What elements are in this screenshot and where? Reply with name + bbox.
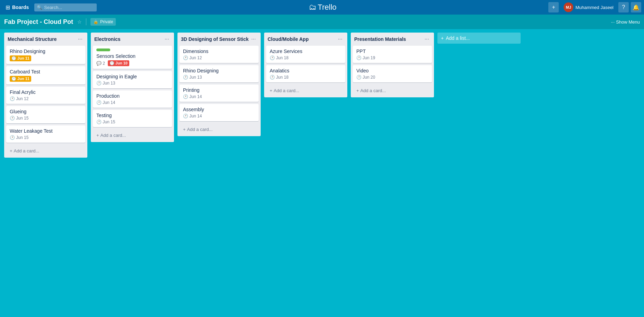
card-p2[interactable]: Video🕐 Jun 20 [353, 65, 432, 82]
user-name: Muhammed Jaseel [575, 5, 613, 10]
card-meta: 🕐 Jun 18 [270, 75, 342, 80]
card-title: Glueing [10, 109, 82, 114]
card-m3[interactable]: Final Acrylic🕐 Jun 12 [6, 87, 85, 104]
card-date-overdue: 🕐 Jun 10 [108, 60, 129, 66]
list-menu-button[interactable]: ··· [423, 35, 430, 43]
boards-nav[interactable]: ⊞ Boards [3, 3, 32, 12]
add-list-label: Add a list... [446, 35, 470, 41]
card-meta: 🕐 Jun 11 [10, 55, 82, 61]
card-3d2[interactable]: Rhino Designing🕐 Jun 13 [180, 65, 259, 82]
board-header-right: ··· Show Menu [611, 19, 640, 25]
add-list-panel[interactable]: + Add a list... [437, 33, 521, 44]
card-title: Designing in Eagle [96, 74, 168, 79]
add-card-label: Add a card... [274, 88, 299, 93]
show-menu-dots: ··· [611, 19, 615, 25]
list-menu-button[interactable]: ··· [337, 35, 344, 43]
list-header: Electronics··· [91, 33, 174, 46]
card-3d4[interactable]: Assembly🕐 Jun 14 [180, 104, 259, 121]
card-date: 🕐 Jun 13 [96, 81, 115, 86]
card-p1[interactable]: PPT🕐 Jun 19 [353, 46, 432, 63]
card-m5[interactable]: Water Leakage Test🕐 Jun 15 [6, 125, 85, 143]
card-title: Printing [183, 87, 255, 93]
trello-logo-text: Trello [318, 3, 337, 12]
card-date: 🕐 Jun 20 [356, 75, 375, 80]
divider [86, 18, 86, 25]
card-title: Assembly [183, 107, 255, 112]
card-e3[interactable]: Production🕐 Jun 14 [93, 90, 172, 108]
list-title: Electronics [94, 36, 163, 42]
board-main: Mechanical Structure···Rhino Designing🕐 … [0, 29, 644, 317]
card-label [96, 49, 110, 51]
card-meta: 🕐 Jun 15 [10, 116, 82, 121]
card-c1[interactable]: Azure Services🕐 Jun 18 [266, 46, 345, 63]
show-menu-button[interactable]: ··· Show Menu [611, 19, 640, 25]
star-icon[interactable]: ☆ [77, 19, 82, 25]
add-card-button[interactable]: +Add a card... [93, 131, 172, 140]
list-menu-button[interactable]: ··· [250, 35, 257, 43]
add-card-button[interactable]: +Add a card... [353, 86, 432, 95]
list-cards: PPT🕐 Jun 19Video🕐 Jun 20 [351, 46, 434, 85]
card-title: Water Leakage Test [10, 128, 82, 134]
add-card-label: Add a card... [101, 133, 126, 138]
card-title: Azure Services [270, 49, 342, 54]
list-electronics: Electronics···Sensors Selection💬 2🕐 Jun … [91, 33, 174, 142]
list-title: Cloud/Mobile App [268, 36, 337, 42]
card-e2[interactable]: Designing in Eagle🕐 Jun 13 [93, 71, 172, 88]
board-title: Fab Project - Cloud Pot [4, 18, 73, 26]
add-card-button[interactable]: +Add a card... [180, 125, 259, 134]
trello-logo-icon: 🗂 [309, 3, 316, 12]
list-title: 3D Designing of Sensor Stick [181, 36, 250, 42]
card-title: Final Acrylic [10, 89, 82, 95]
card-meta: 🕐 Jun 13 [96, 81, 168, 86]
visibility-badge[interactable]: 🔒 Private [90, 18, 116, 26]
card-date-warning: 🕐 Jun 11 [10, 55, 31, 61]
card-title: Rhino Designing [10, 49, 82, 54]
card-date: 🕐 Jun 12 [10, 96, 28, 101]
search-input[interactable] [34, 3, 97, 11]
card-date: 🕐 Jun 18 [270, 55, 288, 60]
card-date: 🕐 Jun 12 [183, 55, 202, 60]
list-title: Presentation Materials [354, 36, 423, 42]
add-list-icon: + [441, 35, 444, 41]
card-m4[interactable]: Glueing🕐 Jun 15 [6, 106, 85, 123]
boards-label: Boards [12, 5, 29, 10]
card-date: 🕐 Jun 15 [10, 135, 28, 140]
card-date: 🕐 Jun 13 [183, 75, 202, 80]
add-card-icon: + [10, 148, 12, 153]
list-header: Mechanical Structure··· [4, 33, 87, 46]
list-menu-button[interactable]: ··· [163, 35, 171, 43]
card-title: Dimensions [183, 49, 255, 54]
trello-logo: 🗂 Trello [309, 3, 337, 12]
add-button[interactable]: + [548, 2, 559, 12]
help-button[interactable]: ? [618, 2, 629, 12]
add-card-button[interactable]: +Add a card... [266, 86, 345, 95]
card-m2[interactable]: Carboard Test🕐 Jun 11 [6, 66, 85, 85]
add-card-button[interactable]: +Add a card... [6, 146, 85, 156]
card-m1[interactable]: Rhino Designing🕐 Jun 11 [6, 46, 85, 64]
card-meta: 🕐 Jun 11 [10, 76, 82, 82]
list-menu-button[interactable]: ··· [77, 35, 84, 43]
card-3d3[interactable]: Printing🕐 Jun 14 [180, 85, 259, 102]
card-title: Production [96, 93, 168, 99]
card-title: PPT [356, 49, 428, 54]
avatar: MJ [564, 2, 573, 12]
card-e1[interactable]: Sensors Selection💬 2🕐 Jun 10 [93, 46, 172, 69]
add-card-icon: + [356, 88, 359, 93]
card-3d1[interactable]: Dimensions🕐 Jun 12 [180, 46, 259, 63]
search-icon: 🔍 [37, 5, 42, 10]
card-comments: 💬 2 [96, 61, 105, 66]
list-presentation: Presentation Materials···PPT🕐 Jun 19Vide… [351, 33, 434, 97]
search-wrapper: 🔍 [34, 3, 97, 11]
card-e4[interactable]: Testing🕐 Jun 15 [93, 110, 172, 127]
notifications-button[interactable]: 🔔 [631, 2, 641, 12]
card-meta: 🕐 Jun 20 [356, 75, 428, 80]
card-date: 🕐 Jun 14 [183, 94, 202, 99]
card-c2[interactable]: Analatics🕐 Jun 18 [266, 65, 345, 82]
list-cards: Azure Services🕐 Jun 18Analatics🕐 Jun 18 [264, 46, 347, 85]
card-title: Sensors Selection [96, 53, 168, 59]
list-header: 3D Designing of Sensor Stick··· [177, 33, 261, 46]
card-meta: 🕐 Jun 18 [270, 55, 342, 60]
user-menu-button[interactable]: MJ Muhammed Jaseel [561, 1, 616, 14]
card-title: Video [356, 68, 428, 73]
card-meta: 🕐 Jun 14 [96, 100, 168, 105]
